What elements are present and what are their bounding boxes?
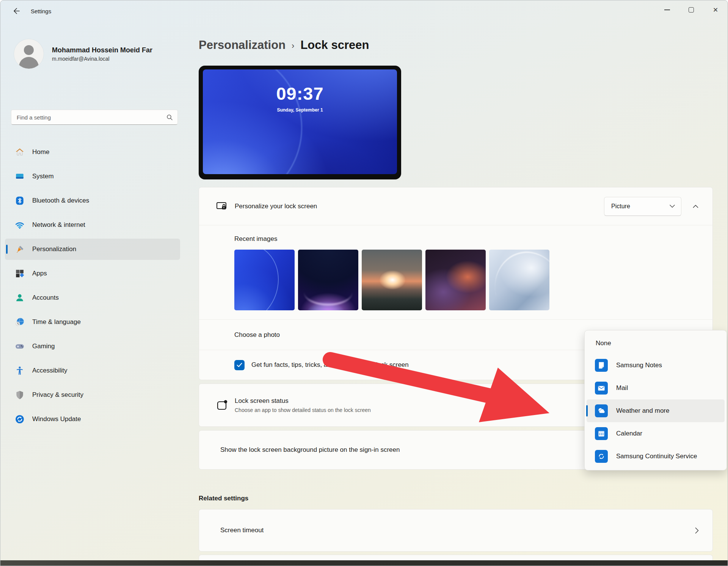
recent-images-row: [234, 250, 696, 310]
avatar: [14, 39, 44, 69]
background-type-value: Picture: [611, 203, 670, 210]
check-icon: [237, 363, 242, 367]
accessibility-icon: [15, 366, 25, 376]
profile-block[interactable]: Mohammad Hossein Moeid Far m.moeidfar@Av…: [14, 39, 152, 69]
sidebar-item-label: Privacy & security: [32, 391, 83, 399]
sidebar-item-windows-update[interactable]: Windows Update: [5, 409, 180, 430]
minimize-button[interactable]: [655, 0, 679, 19]
gaming-icon: [15, 341, 25, 351]
privacy-shield-icon: [15, 390, 25, 400]
lock-screen-icon: [216, 200, 228, 212]
accounts-icon: [15, 293, 25, 303]
recent-image-thumbnail-light-bloom[interactable]: [489, 250, 549, 310]
sidebar-item-privacy[interactable]: Privacy & security: [5, 384, 180, 406]
continuity-icon: [595, 450, 608, 463]
breadcrumb-separator-icon: ›: [292, 39, 294, 51]
breadcrumb-parent[interactable]: Personalization: [199, 38, 286, 52]
calendar-icon: [595, 427, 608, 440]
preview-time: 09:37: [203, 83, 397, 104]
home-icon: [15, 147, 25, 157]
menu-item-weather-and-more[interactable]: Weather and more: [587, 399, 725, 422]
recent-images-section: Recent images: [199, 225, 712, 320]
chevron-right-icon: [695, 527, 699, 534]
weather-icon: [595, 404, 608, 417]
sidebar-item-home[interactable]: Home: [5, 142, 180, 163]
sidebar-item-gaming[interactable]: Gaming: [5, 336, 180, 357]
personalize-header-row: Personalize your lock screen Picture: [199, 187, 712, 225]
sidebar-item-accounts[interactable]: Accounts: [5, 287, 180, 308]
fun-facts-label: Get fun facts, tips, tricks, and more on…: [251, 361, 409, 369]
window-controls: ✕: [655, 0, 728, 22]
menu-item-samsung-notes[interactable]: Samsung Notes: [587, 354, 725, 377]
collapse-section-button[interactable]: [687, 198, 704, 215]
sidebar-item-apps[interactable]: Apps: [5, 263, 180, 284]
lock-screen-wallpaper: 09:37 Sunday, September 1: [203, 69, 397, 174]
maximize-icon: [689, 7, 694, 13]
sidebar-item-bluetooth[interactable]: Bluetooth & devices: [5, 190, 180, 211]
sidebar-item-time-language[interactable]: Time & language: [5, 311, 180, 333]
personalization-brush-icon: [15, 244, 25, 254]
titlebar: Settings ✕: [0, 0, 728, 22]
recent-image-thumbnail-dark-glow[interactable]: [298, 250, 358, 310]
background-type-dropdown[interactable]: Picture: [604, 197, 681, 216]
sidebar-item-label: Bluetooth & devices: [32, 197, 89, 204]
menu-item-label: Weather and more: [616, 407, 669, 415]
samsung-notes-icon: [595, 359, 608, 372]
sidebar-item-label: System: [32, 173, 54, 180]
chevron-down-icon: [670, 204, 675, 208]
menu-item-label: Calendar: [616, 430, 642, 437]
bluetooth-icon: [15, 196, 25, 206]
screen-bottom-edge: [0, 560, 728, 566]
lock-screen-preview: 09:37 Sunday, September 1: [199, 66, 401, 179]
recent-image-thumbnail-abstract-ribbons[interactable]: [425, 250, 486, 310]
menu-item-label: Samsung Continuity Service: [616, 453, 697, 460]
sidebar: Mohammad Hossein Moeid Far m.moeidfar@Av…: [0, 22, 187, 560]
menu-item-label: Samsung Notes: [616, 362, 662, 369]
screen-timeout-label: Screen timeout: [220, 527, 264, 534]
sidebar-item-label: Accessibility: [32, 367, 67, 374]
recent-images-label: Recent images: [234, 235, 696, 243]
close-icon: ✕: [713, 6, 718, 14]
sign-in-background-label: Show the lock screen background picture …: [220, 446, 400, 454]
maximize-button[interactable]: [679, 0, 703, 19]
chevron-up-icon: [693, 204, 698, 208]
status-app-menu: None Samsung Notes Mail Weather and more…: [584, 330, 727, 470]
sidebar-item-label: Home: [32, 148, 49, 156]
menu-item-calendar[interactable]: Calendar: [587, 422, 725, 445]
page-title: Lock screen: [300, 38, 369, 52]
close-button[interactable]: ✕: [703, 0, 728, 19]
search-input[interactable]: [17, 114, 166, 121]
personalize-title: Personalize your lock screen: [235, 203, 604, 210]
related-settings-heading: Related settings: [199, 495, 713, 502]
menu-item-samsung-continuity[interactable]: Samsung Continuity Service: [587, 445, 725, 468]
lock-screen-status-icon: [216, 399, 229, 412]
minimize-icon: [664, 9, 670, 10]
sidebar-item-label: Gaming: [32, 343, 55, 350]
main-content: Personalization › Lock screen 09:37 Sund…: [199, 22, 713, 564]
sidebar-item-accessibility[interactable]: Accessibility: [5, 360, 180, 381]
time-language-icon: [15, 317, 25, 327]
back-button[interactable]: [9, 4, 24, 18]
search-box[interactable]: [11, 110, 178, 125]
back-arrow-icon: [13, 7, 20, 15]
sidebar-item-personalization[interactable]: Personalization: [5, 239, 180, 260]
sidebar-item-label: Personalization: [32, 245, 76, 253]
screen-timeout-card[interactable]: Screen timeout: [199, 509, 713, 552]
sidebar-nav: Home System Bluetooth & devices Network …: [5, 142, 180, 430]
apps-icon: [15, 269, 25, 278]
sidebar-item-network[interactable]: Network & internet: [5, 214, 180, 236]
preview-date: Sunday, September 1: [203, 107, 397, 113]
menu-item-none[interactable]: None: [587, 333, 725, 354]
menu-item-mail[interactable]: Mail: [587, 377, 725, 399]
settings-window: Settings ✕ Mohammad Hossein Moeid Far m.…: [0, 0, 728, 566]
sidebar-item-label: Network & internet: [32, 221, 85, 229]
recent-image-thumbnail-sunset[interactable]: [362, 250, 422, 310]
sidebar-item-label: Time & language: [32, 318, 81, 326]
sidebar-item-label: Accounts: [32, 294, 59, 302]
profile-name: Mohammad Hossein Moeid Far: [52, 46, 152, 54]
recent-image-thumbnail-blue-bloom[interactable]: [234, 250, 295, 310]
sidebar-item-system[interactable]: System: [5, 166, 180, 187]
sidebar-item-label: Windows Update: [32, 415, 81, 423]
fun-facts-checkbox[interactable]: [234, 360, 245, 370]
breadcrumb: Personalization › Lock screen: [199, 38, 713, 52]
